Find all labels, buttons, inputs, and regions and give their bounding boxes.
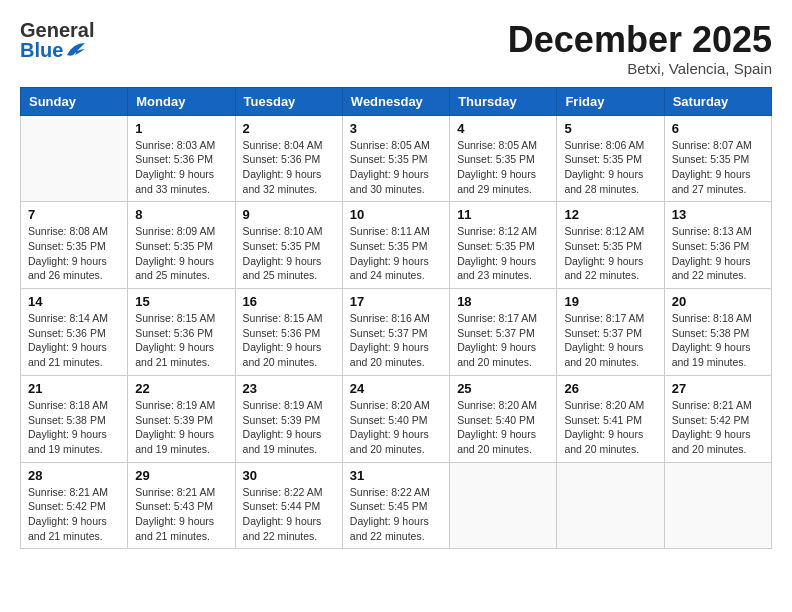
day-info: Sunrise: 8:14 AMSunset: 5:36 PMDaylight:… bbox=[28, 311, 120, 370]
day-info: Sunrise: 8:11 AMSunset: 5:35 PMDaylight:… bbox=[350, 224, 442, 283]
calendar-cell: 23 Sunrise: 8:19 AMSunset: 5:39 PMDaylig… bbox=[235, 375, 342, 462]
day-number: 1 bbox=[135, 121, 227, 136]
day-number: 27 bbox=[672, 381, 764, 396]
day-info: Sunrise: 8:05 AMSunset: 5:35 PMDaylight:… bbox=[350, 138, 442, 197]
day-number: 28 bbox=[28, 468, 120, 483]
day-number: 12 bbox=[564, 207, 656, 222]
day-number: 6 bbox=[672, 121, 764, 136]
calendar-week-row: 1 Sunrise: 8:03 AMSunset: 5:36 PMDayligh… bbox=[21, 115, 772, 202]
calendar-cell: 22 Sunrise: 8:19 AMSunset: 5:39 PMDaylig… bbox=[128, 375, 235, 462]
calendar-cell: 16 Sunrise: 8:15 AMSunset: 5:36 PMDaylig… bbox=[235, 289, 342, 376]
day-info: Sunrise: 8:07 AMSunset: 5:35 PMDaylight:… bbox=[672, 138, 764, 197]
calendar-table: SundayMondayTuesdayWednesdayThursdayFrid… bbox=[20, 87, 772, 550]
day-info: Sunrise: 8:13 AMSunset: 5:36 PMDaylight:… bbox=[672, 224, 764, 283]
day-number: 14 bbox=[28, 294, 120, 309]
weekday-header-friday: Friday bbox=[557, 87, 664, 115]
day-info: Sunrise: 8:22 AMSunset: 5:44 PMDaylight:… bbox=[243, 485, 335, 544]
day-info: Sunrise: 8:05 AMSunset: 5:35 PMDaylight:… bbox=[457, 138, 549, 197]
calendar-cell: 20 Sunrise: 8:18 AMSunset: 5:38 PMDaylig… bbox=[664, 289, 771, 376]
calendar-cell: 21 Sunrise: 8:18 AMSunset: 5:38 PMDaylig… bbox=[21, 375, 128, 462]
day-number: 23 bbox=[243, 381, 335, 396]
day-number: 10 bbox=[350, 207, 442, 222]
logo: General Blue bbox=[20, 20, 94, 60]
calendar-cell: 2 Sunrise: 8:04 AMSunset: 5:36 PMDayligh… bbox=[235, 115, 342, 202]
day-info: Sunrise: 8:18 AMSunset: 5:38 PMDaylight:… bbox=[672, 311, 764, 370]
day-info: Sunrise: 8:21 AMSunset: 5:42 PMDaylight:… bbox=[28, 485, 120, 544]
calendar-cell: 7 Sunrise: 8:08 AMSunset: 5:35 PMDayligh… bbox=[21, 202, 128, 289]
day-number: 20 bbox=[672, 294, 764, 309]
day-info: Sunrise: 8:19 AMSunset: 5:39 PMDaylight:… bbox=[135, 398, 227, 457]
calendar-cell: 30 Sunrise: 8:22 AMSunset: 5:44 PMDaylig… bbox=[235, 462, 342, 549]
calendar-cell: 24 Sunrise: 8:20 AMSunset: 5:40 PMDaylig… bbox=[342, 375, 449, 462]
weekday-header-wednesday: Wednesday bbox=[342, 87, 449, 115]
day-number: 17 bbox=[350, 294, 442, 309]
day-info: Sunrise: 8:20 AMSunset: 5:41 PMDaylight:… bbox=[564, 398, 656, 457]
day-info: Sunrise: 8:16 AMSunset: 5:37 PMDaylight:… bbox=[350, 311, 442, 370]
weekday-header-row: SundayMondayTuesdayWednesdayThursdayFrid… bbox=[21, 87, 772, 115]
day-number: 31 bbox=[350, 468, 442, 483]
calendar-week-row: 21 Sunrise: 8:18 AMSunset: 5:38 PMDaylig… bbox=[21, 375, 772, 462]
calendar-cell bbox=[450, 462, 557, 549]
day-info: Sunrise: 8:20 AMSunset: 5:40 PMDaylight:… bbox=[350, 398, 442, 457]
day-number: 22 bbox=[135, 381, 227, 396]
day-info: Sunrise: 8:12 AMSunset: 5:35 PMDaylight:… bbox=[564, 224, 656, 283]
calendar-week-row: 14 Sunrise: 8:14 AMSunset: 5:36 PMDaylig… bbox=[21, 289, 772, 376]
calendar-cell: 15 Sunrise: 8:15 AMSunset: 5:36 PMDaylig… bbox=[128, 289, 235, 376]
weekday-header-sunday: Sunday bbox=[21, 87, 128, 115]
calendar-cell: 19 Sunrise: 8:17 AMSunset: 5:37 PMDaylig… bbox=[557, 289, 664, 376]
day-info: Sunrise: 8:18 AMSunset: 5:38 PMDaylight:… bbox=[28, 398, 120, 457]
calendar-cell: 25 Sunrise: 8:20 AMSunset: 5:40 PMDaylig… bbox=[450, 375, 557, 462]
page-header: General Blue December 2025 Betxi, Valenc… bbox=[20, 20, 772, 77]
calendar-week-row: 28 Sunrise: 8:21 AMSunset: 5:42 PMDaylig… bbox=[21, 462, 772, 549]
day-info: Sunrise: 8:03 AMSunset: 5:36 PMDaylight:… bbox=[135, 138, 227, 197]
day-info: Sunrise: 8:09 AMSunset: 5:35 PMDaylight:… bbox=[135, 224, 227, 283]
calendar-cell: 28 Sunrise: 8:21 AMSunset: 5:42 PMDaylig… bbox=[21, 462, 128, 549]
location: Betxi, Valencia, Spain bbox=[508, 60, 772, 77]
day-info: Sunrise: 8:12 AMSunset: 5:35 PMDaylight:… bbox=[457, 224, 549, 283]
day-number: 19 bbox=[564, 294, 656, 309]
day-number: 26 bbox=[564, 381, 656, 396]
calendar-cell bbox=[21, 115, 128, 202]
calendar-week-row: 7 Sunrise: 8:08 AMSunset: 5:35 PMDayligh… bbox=[21, 202, 772, 289]
month-title: December 2025 bbox=[508, 20, 772, 60]
calendar-cell: 26 Sunrise: 8:20 AMSunset: 5:41 PMDaylig… bbox=[557, 375, 664, 462]
day-number: 9 bbox=[243, 207, 335, 222]
day-number: 18 bbox=[457, 294, 549, 309]
day-info: Sunrise: 8:21 AMSunset: 5:42 PMDaylight:… bbox=[672, 398, 764, 457]
day-number: 30 bbox=[243, 468, 335, 483]
logo-general: General bbox=[20, 20, 94, 40]
calendar-cell: 13 Sunrise: 8:13 AMSunset: 5:36 PMDaylig… bbox=[664, 202, 771, 289]
calendar-cell: 8 Sunrise: 8:09 AMSunset: 5:35 PMDayligh… bbox=[128, 202, 235, 289]
calendar-cell: 9 Sunrise: 8:10 AMSunset: 5:35 PMDayligh… bbox=[235, 202, 342, 289]
calendar-cell: 14 Sunrise: 8:14 AMSunset: 5:36 PMDaylig… bbox=[21, 289, 128, 376]
day-number: 5 bbox=[564, 121, 656, 136]
day-info: Sunrise: 8:21 AMSunset: 5:43 PMDaylight:… bbox=[135, 485, 227, 544]
calendar-cell: 1 Sunrise: 8:03 AMSunset: 5:36 PMDayligh… bbox=[128, 115, 235, 202]
day-number: 7 bbox=[28, 207, 120, 222]
day-info: Sunrise: 8:08 AMSunset: 5:35 PMDaylight:… bbox=[28, 224, 120, 283]
day-number: 15 bbox=[135, 294, 227, 309]
calendar-cell: 10 Sunrise: 8:11 AMSunset: 5:35 PMDaylig… bbox=[342, 202, 449, 289]
day-info: Sunrise: 8:06 AMSunset: 5:35 PMDaylight:… bbox=[564, 138, 656, 197]
weekday-header-monday: Monday bbox=[128, 87, 235, 115]
calendar-cell: 11 Sunrise: 8:12 AMSunset: 5:35 PMDaylig… bbox=[450, 202, 557, 289]
calendar-cell: 17 Sunrise: 8:16 AMSunset: 5:37 PMDaylig… bbox=[342, 289, 449, 376]
day-info: Sunrise: 8:20 AMSunset: 5:40 PMDaylight:… bbox=[457, 398, 549, 457]
day-number: 16 bbox=[243, 294, 335, 309]
calendar-cell: 27 Sunrise: 8:21 AMSunset: 5:42 PMDaylig… bbox=[664, 375, 771, 462]
day-info: Sunrise: 8:17 AMSunset: 5:37 PMDaylight:… bbox=[564, 311, 656, 370]
day-info: Sunrise: 8:19 AMSunset: 5:39 PMDaylight:… bbox=[243, 398, 335, 457]
calendar-cell: 4 Sunrise: 8:05 AMSunset: 5:35 PMDayligh… bbox=[450, 115, 557, 202]
weekday-header-saturday: Saturday bbox=[664, 87, 771, 115]
day-number: 13 bbox=[672, 207, 764, 222]
day-number: 8 bbox=[135, 207, 227, 222]
title-block: December 2025 Betxi, Valencia, Spain bbox=[508, 20, 772, 77]
calendar-cell: 3 Sunrise: 8:05 AMSunset: 5:35 PMDayligh… bbox=[342, 115, 449, 202]
day-number: 4 bbox=[457, 121, 549, 136]
day-info: Sunrise: 8:04 AMSunset: 5:36 PMDaylight:… bbox=[243, 138, 335, 197]
day-number: 24 bbox=[350, 381, 442, 396]
day-number: 3 bbox=[350, 121, 442, 136]
day-info: Sunrise: 8:15 AMSunset: 5:36 PMDaylight:… bbox=[135, 311, 227, 370]
day-number: 11 bbox=[457, 207, 549, 222]
calendar-cell: 18 Sunrise: 8:17 AMSunset: 5:37 PMDaylig… bbox=[450, 289, 557, 376]
